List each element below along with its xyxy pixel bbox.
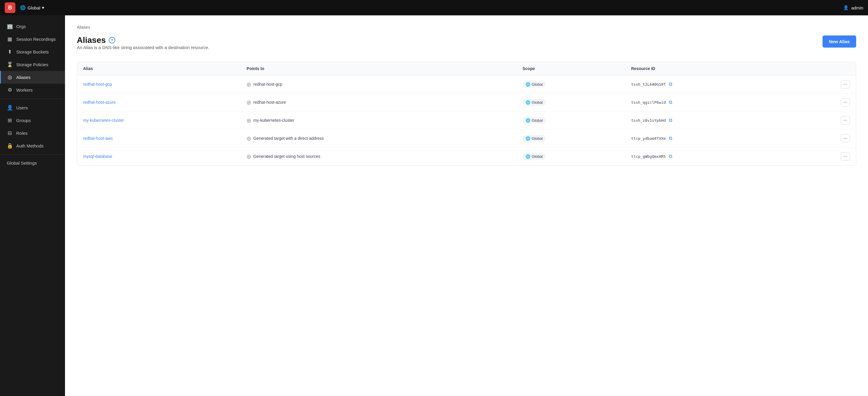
cell-alias: redhat-host-aws bbox=[77, 129, 241, 148]
page-description: An Alias is a DNS-like string associated… bbox=[77, 45, 210, 50]
points-to-value: redhat-host-gcp bbox=[253, 82, 282, 87]
copy-resource-id-button[interactable]: ⧉ bbox=[668, 135, 673, 142]
session-recordings-icon: ▦ bbox=[7, 36, 13, 42]
cell-points-to: ◎ Generated target with a direct address bbox=[241, 129, 517, 148]
row-actions-button[interactable]: ··· bbox=[841, 152, 850, 160]
col-actions bbox=[790, 62, 856, 75]
table-body: redhat-host-gcp ◎ redhat-host-gcp 🌐 Glob… bbox=[77, 75, 856, 165]
breadcrumb: Aliases bbox=[77, 25, 856, 30]
workers-icon: ⚙ bbox=[7, 87, 13, 93]
points-to-value: my-kubernetes-cluster bbox=[253, 118, 294, 123]
table-row: my-kubernetes-cluster ◎ my-kubernetes-cl… bbox=[77, 112, 856, 129]
chevron-down-icon: ▾ bbox=[42, 5, 44, 10]
aliases-table-container: Alias Points to Scope Resource ID redhat… bbox=[77, 62, 856, 165]
scope-value: Global bbox=[532, 82, 543, 87]
col-scope: Scope bbox=[517, 62, 625, 75]
target-icon: ◎ bbox=[247, 135, 251, 142]
auth-methods-icon: 🔒 bbox=[7, 143, 13, 149]
sidebar-item-label: Aliases bbox=[16, 75, 30, 80]
cell-points-to: ◎ my-kubernetes-cluster bbox=[241, 112, 517, 129]
globe-small-icon: 🌐 bbox=[526, 118, 530, 123]
sidebar-item-roles[interactable]: ⊟ Roles bbox=[0, 127, 65, 140]
col-alias: Alias bbox=[77, 62, 241, 75]
new-alias-button[interactable]: New Alias bbox=[823, 35, 856, 48]
alias-link[interactable]: mysql-database bbox=[83, 154, 112, 159]
user-icon: 👤 bbox=[843, 5, 849, 10]
sidebar-item-label: Auth Methods bbox=[16, 143, 44, 148]
topbar: B 🌐 Global ▾ 👤 admin bbox=[0, 0, 868, 16]
cell-scope: 🌐 Global bbox=[517, 112, 625, 129]
users-icon: 👤 bbox=[7, 104, 13, 111]
layout: 🏢 Orgs ▦ Session Recordings ⬆ Storage Bu… bbox=[0, 16, 868, 396]
sidebar-item-label: Workers bbox=[16, 88, 33, 92]
target-icon: ◎ bbox=[247, 153, 251, 160]
cell-resource-id: tssh_z8v1sYpbHd ⧉ bbox=[625, 112, 790, 129]
sidebar-item-orgs[interactable]: 🏢 Orgs bbox=[0, 20, 65, 33]
sidebar-item-global-settings[interactable]: Global Settings bbox=[0, 157, 65, 169]
row-actions-button[interactable]: ··· bbox=[841, 98, 850, 106]
sidebar-item-label: Storage Policies bbox=[16, 62, 48, 67]
cell-alias: mysql-database bbox=[77, 148, 241, 165]
globe-small-icon: 🌐 bbox=[526, 100, 530, 104]
scope-badge: 🌐 Global bbox=[523, 153, 546, 160]
storage-buckets-icon: ⬆ bbox=[7, 49, 13, 55]
alias-link[interactable]: my-kubernetes-cluster bbox=[83, 118, 124, 123]
row-actions-button[interactable]: ··· bbox=[841, 80, 850, 88]
alias-link[interactable]: redhat-host-gcp bbox=[83, 82, 112, 87]
cell-points-to: ◎ redhat-host-gcp bbox=[241, 75, 517, 93]
points-to-value: Generated target with a direct address bbox=[253, 136, 324, 141]
global-selector[interactable]: 🌐 Global ▾ bbox=[20, 5, 44, 10]
sidebar-item-label: Users bbox=[16, 105, 28, 110]
copy-resource-id-button[interactable]: ⧉ bbox=[668, 153, 673, 160]
sidebar-item-aliases[interactable]: ◎ Aliases bbox=[0, 71, 65, 84]
cell-scope: 🌐 Global bbox=[517, 93, 625, 112]
scope-badge: 🌐 Global bbox=[523, 99, 546, 106]
roles-icon: ⊟ bbox=[7, 130, 13, 136]
sidebar-item-storage-buckets[interactable]: ⬆ Storage Buckets bbox=[0, 45, 65, 58]
scope-value: Global bbox=[532, 154, 543, 159]
logo[interactable]: B bbox=[5, 2, 16, 13]
table-row: redhat-host-azure ◎ redhat-host-azure 🌐 … bbox=[77, 93, 856, 112]
help-icon[interactable]: ? bbox=[109, 37, 115, 43]
points-to-value: redhat-host-azure bbox=[253, 100, 286, 104]
sidebar-item-label: Orgs bbox=[16, 24, 26, 29]
cell-actions: ··· bbox=[790, 148, 856, 165]
sidebar-item-label: Global Settings bbox=[7, 160, 37, 165]
cell-resource-id: ttcp_ydbam4TXXe ⧉ bbox=[625, 129, 790, 148]
points-to-value: Generated target using host sources bbox=[253, 154, 320, 159]
resource-id-value: tssh_qgiclP6wid bbox=[631, 100, 665, 104]
storage-policies-icon: ⌛ bbox=[7, 61, 13, 68]
main-content: Aliases Aliases ? An Alias is a DNS-like… bbox=[65, 16, 868, 396]
cell-resource-id: tssh_qgiclP6wid ⧉ bbox=[625, 93, 790, 112]
sidebar-item-workers[interactable]: ⚙ Workers bbox=[0, 84, 65, 96]
sidebar-item-session-recordings[interactable]: ▦ Session Recordings bbox=[0, 33, 65, 45]
sidebar-divider bbox=[0, 99, 65, 99]
table-row: mysql-database ◎ Generated target using … bbox=[77, 148, 856, 165]
table-row: redhat-host-aws ◎ Generated target with … bbox=[77, 129, 856, 148]
alias-link[interactable]: redhat-host-aws bbox=[83, 136, 113, 141]
target-icon: ◎ bbox=[247, 117, 251, 124]
row-actions-button[interactable]: ··· bbox=[841, 134, 850, 143]
scope-value: Global bbox=[532, 118, 543, 123]
cell-actions: ··· bbox=[790, 112, 856, 129]
sidebar-item-label: Roles bbox=[16, 131, 28, 135]
cell-scope: 🌐 Global bbox=[517, 148, 625, 165]
sidebar-item-users[interactable]: 👤 Users bbox=[0, 101, 65, 114]
cell-resource-id: ttcp_gWbgQmxHR5 ⧉ bbox=[625, 148, 790, 165]
col-resource-id: Resource ID bbox=[625, 62, 790, 75]
user-label: admin bbox=[851, 5, 863, 10]
sidebar-item-groups[interactable]: ⊞ Groups bbox=[0, 114, 65, 127]
scope-badge: 🌐 Global bbox=[523, 135, 546, 142]
sidebar-item-storage-policies[interactable]: ⌛ Storage Policies bbox=[0, 58, 65, 71]
alias-link[interactable]: redhat-host-azure bbox=[83, 100, 116, 104]
copy-resource-id-button[interactable]: ⧉ bbox=[668, 99, 673, 105]
cell-actions: ··· bbox=[790, 93, 856, 112]
sidebar-item-label: Session Recordings bbox=[16, 37, 56, 42]
copy-resource-id-button[interactable]: ⧉ bbox=[668, 117, 673, 124]
table-header: Alias Points to Scope Resource ID bbox=[77, 62, 856, 75]
cell-points-to: ◎ Generated target using host sources bbox=[241, 148, 517, 165]
copy-resource-id-button[interactable]: ⧉ bbox=[668, 81, 673, 88]
cell-scope: 🌐 Global bbox=[517, 129, 625, 148]
row-actions-button[interactable]: ··· bbox=[841, 116, 850, 124]
sidebar-item-auth-methods[interactable]: 🔒 Auth Methods bbox=[0, 140, 65, 152]
